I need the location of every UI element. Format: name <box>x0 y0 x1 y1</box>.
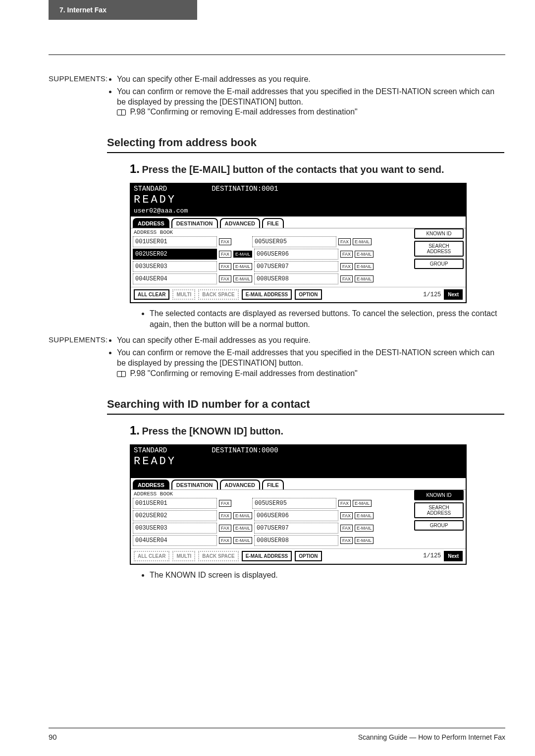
fax-btn[interactable]: FAX <box>340 275 353 282</box>
email-btn[interactable]: E-MAIL <box>233 275 252 282</box>
tab-file[interactable]: FILE <box>262 480 284 489</box>
tab-destination[interactable]: DESTINATION <box>171 218 218 228</box>
group-button[interactable]: GROUP <box>414 520 464 531</box>
contact-002-selected[interactable]: 002USER02 <box>133 249 217 260</box>
scr-dest-count: DESTINATION:0001 <box>212 185 278 193</box>
supplements-block-2: SUPPLEMENTS: You can specify other E-mai… <box>49 335 504 380</box>
email-addr-button[interactable]: E-MAIL ADDRESS <box>242 289 292 300</box>
fax-btn[interactable]: FAX <box>219 537 231 544</box>
email-btn-selected[interactable]: E-MAIL <box>233 251 252 258</box>
email-btn[interactable]: E-MAIL <box>355 263 374 270</box>
fax-btn[interactable]: FAX <box>338 500 351 507</box>
contact-007[interactable]: 007USER07 <box>254 523 338 534</box>
fax-btn[interactable]: FAX <box>219 251 231 258</box>
step-a: 1. Press the [E-MAIL] button of the cont… <box>130 162 504 176</box>
contact-001[interactable]: 001USER01 <box>133 236 217 247</box>
fax-btn[interactable]: FAX <box>219 263 231 270</box>
email-btn[interactable]: E-MAIL <box>233 525 252 532</box>
backspace-button[interactable]: BACK SPACE <box>198 289 238 300</box>
contact-002[interactable]: 002USER02 <box>133 510 217 521</box>
scr-tabs: ADDRESS DESTINATION ADVANCED FILE <box>131 478 466 490</box>
tab-advanced[interactable]: ADVANCED <box>220 218 261 228</box>
fax-btn[interactable]: FAX <box>219 525 231 532</box>
row-b4: 004USER04 FAX E-MAIL 008USER08 FAX E-MAI… <box>133 535 464 546</box>
fax-btn[interactable]: FAX <box>219 238 231 245</box>
search-address-button[interactable]: SEARCH ADDRESS <box>414 241 464 257</box>
chapter-tab: 7. Internet Fax <box>49 0 197 20</box>
page-indicator: 1/125 <box>423 291 441 298</box>
contact-004[interactable]: 004USER04 <box>133 535 217 546</box>
tab-destination[interactable]: DESTINATION <box>171 480 218 489</box>
fax-btn[interactable]: FAX <box>340 263 353 270</box>
fax-btn[interactable]: FAX <box>219 275 231 282</box>
multi-button[interactable]: MULTI <box>172 551 195 561</box>
known-id-button[interactable]: KNOWN ID <box>414 228 464 239</box>
all-clear-button[interactable]: ALL CLEAR <box>134 289 169 300</box>
next-button[interactable]: Next <box>444 289 463 300</box>
scr-standard: STANDARD <box>134 185 167 193</box>
contact-006[interactable]: 006USER06 <box>254 249 338 260</box>
supp2-bullet-2: You can confirm or remove the E-mail add… <box>117 348 504 378</box>
step-a-text: Press the [E-MAIL] button of the contact… <box>142 164 444 175</box>
tab-file[interactable]: FILE <box>262 218 284 228</box>
tab-address[interactable]: ADDRESS <box>133 480 169 489</box>
contact-003[interactable]: 003USER03 <box>133 261 217 272</box>
contact-008[interactable]: 008USER08 <box>254 535 338 546</box>
contact-006[interactable]: 006USER06 <box>254 510 338 521</box>
email-btn[interactable]: E-MAIL <box>233 537 252 544</box>
rule-bottom <box>49 728 505 728</box>
contact-005[interactable]: 005USER05 <box>252 236 336 247</box>
search-address-button[interactable]: SEARCH ADDRESS <box>414 502 464 518</box>
email-btn[interactable]: E-MAIL <box>355 525 374 532</box>
contact-004[interactable]: 004USER04 <box>133 273 217 284</box>
fax-btn[interactable]: FAX <box>340 525 353 532</box>
all-clear-button[interactable]: ALL CLEAR <box>134 551 169 561</box>
fax-btn[interactable]: FAX <box>340 537 353 544</box>
right-buttons-b: KNOWN ID SEARCH ADDRESS GROUP <box>414 490 464 531</box>
pager-b: 1/125 Next <box>423 551 463 561</box>
next-button[interactable]: Next <box>444 551 463 561</box>
email-btn[interactable]: E-MAIL <box>353 500 372 507</box>
supp2-b2-text: You can confirm or remove the E-mail add… <box>117 348 494 367</box>
bottom-bar: ALL CLEAR MULTI BACK SPACE E-MAIL ADDRES… <box>131 287 466 302</box>
tab-address[interactable]: ADDRESS <box>133 218 169 228</box>
section-heading-a: Selecting from address book <box>107 136 504 153</box>
supplements-block-1: SUPPLEMENTS: You can specify other E-mai… <box>49 74 504 119</box>
supp1-ref: P.98 "Confirming or removing E-mail addr… <box>130 108 357 116</box>
option-button[interactable]: OPTION <box>295 289 321 300</box>
contact-003[interactable]: 003USER03 <box>133 523 217 534</box>
supp1-b2-text: You can confirm or remove the E-mail add… <box>117 87 494 106</box>
fax-btn[interactable]: FAX <box>340 512 353 519</box>
fax-btn[interactable]: FAX <box>338 238 351 245</box>
contact-007[interactable]: 007USER07 <box>254 261 338 272</box>
email-btn[interactable]: E-MAIL <box>353 238 372 245</box>
page-number: 90 <box>49 733 57 741</box>
rule-top <box>49 54 505 55</box>
pager: 1/125 Next <box>423 289 463 300</box>
step-a-num: 1. <box>130 162 140 175</box>
fax-btn[interactable]: FAX <box>219 512 231 519</box>
contact-008[interactable]: 008USER08 <box>254 273 338 284</box>
email-btn[interactable]: E-MAIL <box>355 251 374 258</box>
group-button[interactable]: GROUP <box>414 259 464 269</box>
note-a-text: The selected contacts are displayed as r… <box>150 308 504 329</box>
email-btn[interactable]: E-MAIL <box>355 537 374 544</box>
email-btn[interactable]: E-MAIL <box>233 263 252 270</box>
fax-btn[interactable]: FAX <box>340 251 353 258</box>
tab-advanced[interactable]: ADVANCED <box>220 480 261 489</box>
contact-001[interactable]: 001USER01 <box>133 498 217 509</box>
email-btn[interactable]: E-MAIL <box>233 512 252 519</box>
note-b-text: The KNOWN ID screen is displayed. <box>150 570 504 581</box>
option-button[interactable]: OPTION <box>295 551 321 561</box>
known-id-button-selected[interactable]: KNOWN ID <box>414 490 464 500</box>
contact-005[interactable]: 005USER05 <box>252 498 336 509</box>
multi-button[interactable]: MULTI <box>172 289 195 300</box>
section-heading-b: Searching with ID number for a contact <box>107 398 504 415</box>
email-addr-button[interactable]: E-MAIL ADDRESS <box>242 551 292 561</box>
page-indicator: 1/125 <box>423 552 441 559</box>
email-btn[interactable]: E-MAIL <box>355 275 374 282</box>
right-buttons: KNOWN ID SEARCH ADDRESS GROUP <box>414 228 464 269</box>
email-btn[interactable]: E-MAIL <box>355 512 374 519</box>
fax-btn[interactable]: FAX <box>219 500 231 507</box>
backspace-button[interactable]: BACK SPACE <box>198 551 238 561</box>
